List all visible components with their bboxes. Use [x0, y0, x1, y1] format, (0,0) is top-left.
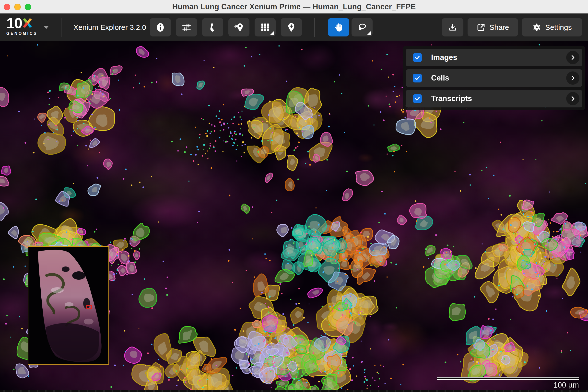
minimize-window-button[interactable] — [14, 4, 21, 10]
pin-plus-icon — [286, 22, 296, 32]
chevron-right-icon — [569, 75, 576, 82]
add-marker-button[interactable] — [281, 18, 302, 36]
scale-bar — [437, 377, 579, 380]
adjustment-sliders-icon — [181, 22, 192, 32]
settings-button[interactable]: Settings — [522, 18, 582, 36]
bottom-clipped-status-bar — [0, 390, 588, 392]
zoom-window-button[interactable] — [25, 4, 31, 10]
layer-row-images[interactable]: Images — [406, 49, 582, 66]
cells-checkbox[interactable] — [413, 74, 422, 82]
share-external-icon — [476, 23, 486, 32]
transcripts-checkbox[interactable] — [413, 94, 422, 103]
lasso-icon — [357, 22, 367, 32]
chevron-right-icon — [569, 54, 576, 61]
info-icon — [155, 22, 166, 32]
download-button[interactable] — [442, 18, 463, 36]
tissue-shape-icon — [208, 22, 218, 32]
checkmark-icon — [414, 75, 421, 81]
dropdown-corner-indicator — [270, 31, 274, 35]
dropdown-corner-indicator — [367, 31, 371, 35]
traffic-lights — [4, 4, 31, 10]
checkmark-icon — [414, 96, 421, 102]
pan-tool-button[interactable] — [328, 18, 349, 36]
hand-pan-icon — [333, 22, 344, 32]
layer-label: Cells — [431, 74, 566, 82]
settings-button-label: Settings — [545, 23, 571, 32]
window-title: Human Lung Cancer Xenium Prime — Human_L… — [172, 2, 416, 11]
grid-icon — [260, 22, 270, 32]
layers-panel: Images Cells Transcripts — [403, 46, 585, 110]
scale-bar-label: 100 µm — [523, 381, 579, 390]
share-button-label: Share — [489, 23, 509, 32]
layer-row-cells[interactable]: Cells — [406, 69, 582, 87]
chevron-right-icon — [569, 95, 576, 102]
logo-genomics-text: GENOMICS — [6, 31, 38, 36]
go-to-location-button[interactable] — [228, 18, 249, 36]
toolbar-divider — [61, 18, 62, 37]
layer-label: Transcripts — [431, 94, 566, 103]
layer-label: Images — [431, 53, 566, 62]
logo-x-icon — [23, 18, 32, 28]
brand-menu-caret-icon[interactable] — [44, 26, 49, 29]
overview-minimap[interactable] — [28, 246, 109, 364]
gear-icon — [532, 23, 541, 32]
display-adjustments-button[interactable] — [176, 18, 197, 36]
main-toolbar: 10 GENOMICS Xenium Explorer 3.2.0 — [0, 14, 588, 41]
transcripts-expand-button[interactable] — [566, 92, 579, 105]
share-button[interactable]: Share — [467, 18, 518, 36]
pin-arrow-icon — [234, 22, 244, 32]
lasso-select-button[interactable] — [352, 18, 373, 36]
logo-10-text: 10 — [6, 16, 22, 30]
download-icon — [448, 23, 457, 32]
info-button[interactable] — [150, 18, 171, 36]
images-checkbox[interactable] — [413, 53, 422, 62]
grid-view-button[interactable] — [255, 18, 276, 36]
tissue-view-button[interactable] — [202, 18, 223, 36]
cells-expand-button[interactable] — [566, 72, 579, 85]
minimap-tissue-thumbnail — [29, 247, 109, 364]
toolbar-divider — [314, 18, 315, 37]
app-version-label: Xenium Explorer 3.2.0 — [74, 14, 146, 41]
window-titlebar: Human Lung Cancer Xenium Prime — Human_L… — [0, 0, 588, 14]
images-expand-button[interactable] — [566, 51, 579, 64]
layer-row-transcripts[interactable]: Transcripts — [406, 90, 582, 108]
checkmark-icon — [414, 54, 421, 61]
tenx-genomics-logo[interactable]: 10 GENOMICS — [6, 16, 38, 36]
close-window-button[interactable] — [4, 4, 10, 10]
